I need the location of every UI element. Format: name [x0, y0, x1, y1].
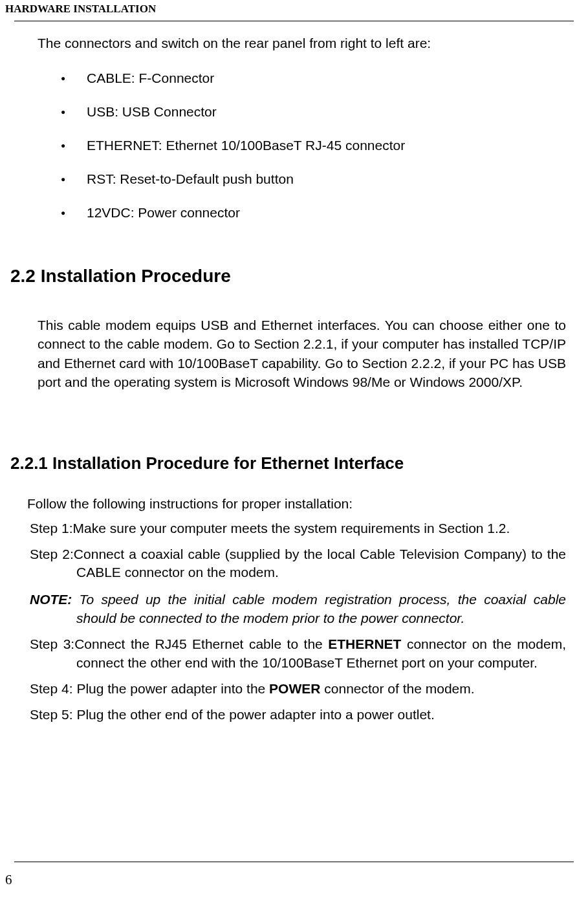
step-5: Step 5: Plug the other end of the power … [30, 706, 566, 724]
section-2-2-heading: 2.2 Installation Procedure [10, 266, 566, 287]
step-text: Make sure your computer meets the system… [73, 521, 510, 536]
step-4: Step 4: Plug the power adapter into the … [30, 680, 566, 698]
content-area: The connectors and switch on the rear pa… [0, 36, 588, 724]
section-2-2-1-heading: 2.2.1 Installation Procedure for Etherne… [10, 453, 566, 473]
step-3: Step 3:Connect the RJ45 Ethernet cable t… [30, 635, 566, 672]
list-item: CABLE: F-Connector [61, 71, 566, 86]
power-bold: POWER [269, 681, 320, 696]
ethernet-bold: ETHERNET [328, 636, 401, 651]
step-prefix: Step 3: [30, 636, 74, 651]
page-number: 6 [5, 872, 12, 888]
follow-instructions-text: Follow the following instructions for pr… [27, 496, 566, 512]
connector-list: CABLE: F-Connector USB: USB Connector ET… [61, 71, 566, 221]
list-item: ETHERNET: Ethernet 10/100BaseT RJ-45 con… [61, 138, 566, 153]
page-header-title: HARDWARE INSTALLATION [5, 3, 588, 16]
step-1: Step 1:Make sure your computer meets the… [30, 519, 566, 537]
header-divider [14, 21, 574, 21]
step-prefix: Step 1: [30, 521, 73, 536]
list-item: 12VDC: Power connector [61, 205, 566, 221]
list-item: USB: USB Connector [61, 104, 566, 120]
note-text: To speed up the initial cable modem regi… [72, 592, 566, 625]
step-text-a: Step 4: Plug the power adapter into the [30, 681, 269, 696]
note-label: NOTE: [30, 592, 72, 607]
step-prefix: Step 2: [30, 547, 74, 561]
step-2: Step 2:Connect a coaxial cable (supplied… [30, 545, 566, 582]
list-item: RST: Reset-to-Default push button [61, 171, 566, 187]
step-text-a: Connect the RJ45 Ethernet cable to the [74, 636, 328, 651]
section-2-2-body: This cable modem equips USB and Ethernet… [38, 316, 566, 392]
footer-divider [14, 862, 574, 862]
intro-text: The connectors and switch on the rear pa… [38, 36, 566, 51]
note-block: NOTE: To speed up the initial cable mode… [30, 590, 566, 628]
step-text: Connect a coaxial cable (supplied by the… [74, 547, 566, 580]
step-text-b: connector of the modem. [320, 681, 474, 696]
